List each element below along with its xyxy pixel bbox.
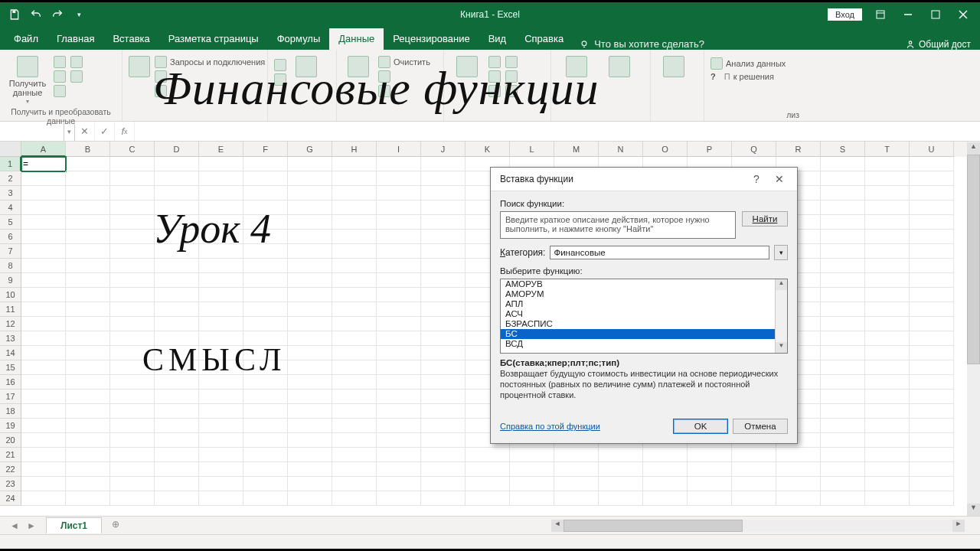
- close-icon[interactable]: [949, 4, 977, 25]
- cell[interactable]: [199, 201, 243, 215]
- cell[interactable]: [466, 477, 510, 491]
- dialog-close-icon[interactable]: ✕: [768, 173, 791, 185]
- cell[interactable]: [155, 201, 199, 215]
- forecast-button[interactable]: [600, 53, 639, 77]
- cell[interactable]: [865, 186, 910, 201]
- cell[interactable]: [199, 302, 243, 317]
- column-header[interactable]: A: [21, 142, 66, 157]
- cell[interactable]: [865, 462, 910, 477]
- cell[interactable]: [466, 491, 510, 506]
- cell[interactable]: [377, 288, 421, 302]
- cell[interactable]: [110, 201, 155, 215]
- cell[interactable]: [910, 448, 954, 462]
- cell[interactable]: [110, 273, 155, 288]
- cell[interactable]: [821, 201, 865, 215]
- cell[interactable]: [66, 186, 110, 201]
- cell[interactable]: [66, 462, 110, 477]
- cell[interactable]: [421, 186, 466, 201]
- row-header[interactable]: 16: [0, 375, 21, 390]
- text-to-columns-button[interactable]: [450, 53, 484, 77]
- cell[interactable]: [66, 317, 110, 331]
- row-header[interactable]: 13: [0, 331, 21, 346]
- cell[interactable]: [243, 433, 288, 448]
- row-header[interactable]: 1: [0, 157, 21, 171]
- cell[interactable]: [421, 462, 466, 477]
- cell[interactable]: [910, 157, 954, 171]
- cell[interactable]: [332, 375, 377, 390]
- cell[interactable]: [377, 171, 421, 186]
- cell[interactable]: [332, 448, 377, 462]
- column-header[interactable]: U: [910, 142, 954, 157]
- cell[interactable]: [821, 390, 865, 404]
- cell[interactable]: [821, 317, 865, 331]
- cell[interactable]: [910, 491, 954, 506]
- cell[interactable]: [110, 171, 155, 186]
- manage-data-model-icon[interactable]: [505, 85, 518, 97]
- scroll-right-icon[interactable]: ►: [952, 520, 965, 532]
- cell[interactable]: [421, 433, 466, 448]
- cell[interactable]: [599, 448, 643, 462]
- cell[interactable]: [155, 317, 199, 331]
- cell[interactable]: [821, 244, 865, 259]
- cell[interactable]: [421, 157, 466, 171]
- row-header[interactable]: 9: [0, 273, 21, 288]
- cell[interactable]: [821, 186, 865, 201]
- row-header[interactable]: 19: [0, 419, 21, 433]
- row-header[interactable]: 15: [0, 360, 21, 375]
- cell[interactable]: [332, 230, 377, 244]
- cell[interactable]: [243, 273, 288, 288]
- cancel-button[interactable]: Отмена: [733, 419, 788, 434]
- cell[interactable]: [199, 404, 243, 419]
- scroll-left-icon[interactable]: ◄: [551, 520, 564, 532]
- cell[interactable]: [910, 244, 954, 259]
- cell[interactable]: [910, 230, 954, 244]
- cell[interactable]: [688, 462, 732, 477]
- cell[interactable]: [421, 360, 466, 375]
- cell[interactable]: [21, 462, 66, 477]
- flash-fill-icon[interactable]: [488, 56, 501, 68]
- cell[interactable]: [155, 288, 199, 302]
- cell[interactable]: [66, 244, 110, 259]
- cell[interactable]: [199, 259, 243, 273]
- cell[interactable]: [288, 317, 332, 331]
- cell[interactable]: [199, 157, 243, 171]
- cell[interactable]: [243, 346, 288, 360]
- maximize-icon[interactable]: [922, 4, 949, 25]
- function-list-item[interactable]: АМОРУВ: [501, 279, 775, 289]
- cell[interactable]: [332, 346, 377, 360]
- cell[interactable]: [377, 390, 421, 404]
- cell[interactable]: [243, 244, 288, 259]
- cell[interactable]: [421, 317, 466, 331]
- cell[interactable]: [155, 491, 199, 506]
- column-header[interactable]: F: [243, 142, 288, 157]
- cell[interactable]: [910, 419, 954, 433]
- cell[interactable]: [110, 448, 155, 462]
- cell[interactable]: [865, 433, 910, 448]
- cell[interactable]: [821, 419, 865, 433]
- cell[interactable]: [599, 477, 643, 491]
- cell[interactable]: [66, 288, 110, 302]
- cell[interactable]: [199, 360, 243, 375]
- cell[interactable]: [155, 390, 199, 404]
- data-analysis-button[interactable]: Анализ данных: [710, 57, 786, 70]
- cell[interactable]: [865, 171, 910, 186]
- name-box[interactable]: [0, 122, 64, 141]
- refresh-all-button[interactable]: [129, 53, 150, 77]
- row-header[interactable]: 17: [0, 390, 21, 404]
- cell[interactable]: [155, 477, 199, 491]
- cell[interactable]: [155, 331, 199, 346]
- cell[interactable]: [288, 433, 332, 448]
- cell[interactable]: [21, 491, 66, 506]
- cell[interactable]: [155, 273, 199, 288]
- cell[interactable]: [421, 331, 466, 346]
- row-header[interactable]: 6: [0, 230, 21, 244]
- cell[interactable]: [599, 462, 643, 477]
- cell[interactable]: [66, 419, 110, 433]
- cell[interactable]: [110, 317, 155, 331]
- cell[interactable]: [66, 390, 110, 404]
- cell[interactable]: [66, 433, 110, 448]
- cell[interactable]: [732, 477, 776, 491]
- function-list-item[interactable]: АМОРУМ: [501, 289, 775, 299]
- cell[interactable]: [865, 288, 910, 302]
- help-link[interactable]: Справка по этой функции: [500, 422, 600, 431]
